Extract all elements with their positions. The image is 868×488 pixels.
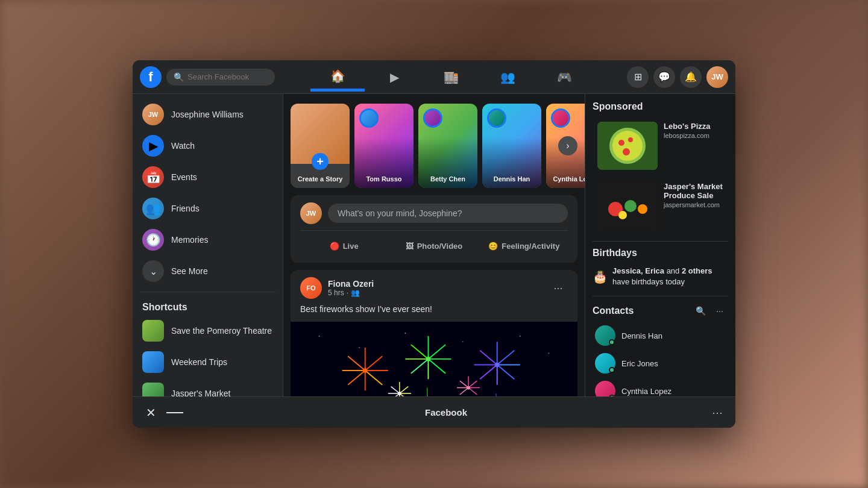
watch-icon: ▶ xyxy=(142,135,164,157)
post-author-avatar: FO xyxy=(300,277,322,299)
shortcut-icon-save-pomeroy xyxy=(142,320,164,342)
svg-line-52 xyxy=(496,393,497,396)
story-avatar-dennis xyxy=(487,108,506,128)
main-content: JW Josephine Williams ▶ Watch 📅 Events 👥… xyxy=(133,94,735,396)
bottom-minimize-button[interactable] xyxy=(166,412,183,413)
svg-point-61 xyxy=(624,200,637,212)
tab-marketplace[interactable]: 🏬 xyxy=(424,63,478,92)
post-meta: 5 hrs · 👥 xyxy=(328,289,542,297)
search-bar[interactable]: 🔍 xyxy=(166,69,275,86)
svg-point-57 xyxy=(628,137,633,142)
search-input[interactable] xyxy=(187,72,268,81)
post-image xyxy=(291,322,577,396)
composer-action-feeling[interactable]: 😊 Feeling/Activity xyxy=(480,237,568,255)
birthday-text: Jessica, Erica and 2 others have birthda… xyxy=(612,266,728,287)
sidebar-item-events[interactable]: 📅 Events xyxy=(135,161,280,193)
ad-name-lebo: Lebo's Pizza xyxy=(664,122,723,131)
sidebar-item-profile[interactable]: JW Josephine Williams xyxy=(135,99,280,130)
create-story-card[interactable]: + Create a Story xyxy=(291,104,350,188)
contact-item-cynthia[interactable]: Cynthia Lopez xyxy=(593,377,728,396)
sidebar-item-weekend-trips[interactable]: Weekend Trips xyxy=(135,346,280,378)
post-more-button[interactable]: ··· xyxy=(549,278,568,298)
contact-online-dot-dennis xyxy=(609,339,615,345)
svg-point-58 xyxy=(623,148,630,155)
contact-item-eric[interactable]: Eric Jones xyxy=(593,349,728,377)
svg-line-16 xyxy=(411,345,429,359)
contacts-more-button[interactable]: ··· xyxy=(711,302,728,319)
story-name-betty: Betty Chen xyxy=(422,175,474,183)
svg-point-41 xyxy=(398,392,401,395)
svg-point-56 xyxy=(618,140,624,146)
feed: + Create a Story Tom Russo xyxy=(283,94,585,396)
post-text: Best fireworks show I've ever seen! xyxy=(291,304,577,322)
grid-menu-button[interactable]: ⊞ xyxy=(627,66,649,88)
composer-top: JW What's on your mind, Josephine? xyxy=(300,202,568,224)
sidebar-item-friends[interactable]: 👥 Friends xyxy=(135,193,280,224)
facebook-logo[interactable]: f xyxy=(140,66,162,88)
contact-name-eric: Eric Jones xyxy=(621,359,658,368)
svg-line-8 xyxy=(365,356,383,371)
contact-name-dennis: Dennis Han xyxy=(621,331,662,340)
sidebar-item-profile-label: Josephine Williams xyxy=(171,110,244,119)
live-label: Live xyxy=(343,242,359,251)
create-story-plus-icon: + xyxy=(312,153,329,170)
shortcut-icon-jaspers-market xyxy=(142,383,164,396)
sidebar-see-more-1[interactable]: ⌄ See More xyxy=(135,255,280,287)
story-avatar-tom xyxy=(359,108,379,128)
svg-line-11 xyxy=(348,371,365,385)
sponsored-title: Sponsored xyxy=(593,101,728,112)
panel-divider-1 xyxy=(593,241,728,242)
ad-name-jasper: Jasper's Market Produce Sale xyxy=(664,182,723,200)
svg-point-2 xyxy=(404,333,406,334)
tab-groups[interactable]: 👥 xyxy=(480,63,535,92)
composer-action-photo[interactable]: 🖼 Photo/Video xyxy=(390,237,477,255)
contact-name-cynthia: Cynthia Lopez xyxy=(621,387,671,396)
contact-avatar-dennis xyxy=(595,325,615,346)
story-card-tom[interactable]: Tom Russo xyxy=(354,104,414,188)
tab-gaming[interactable]: 🎮 xyxy=(537,63,591,92)
sidebar-item-jaspers-market[interactable]: Jasper's Market xyxy=(135,378,280,396)
bottom-close-button[interactable]: ✕ xyxy=(142,404,159,421)
post-card-1: FO Fiona Ozeri 5 hrs · 👥 ··· Best firewo… xyxy=(291,270,577,396)
contact-avatar-eric xyxy=(595,353,615,374)
ad-card-lebo[interactable]: Lebo's Pizza lebospizza.com xyxy=(593,117,728,175)
svg-point-62 xyxy=(638,204,647,214)
tab-home[interactable]: 🏠 xyxy=(310,63,365,92)
contacts-search-button[interactable]: 🔍 xyxy=(692,302,709,319)
messenger-button[interactable]: 💬 xyxy=(653,66,675,88)
stories-nav-button[interactable]: › xyxy=(558,136,577,155)
bottom-more-button[interactable]: ⋯ xyxy=(709,404,726,421)
svg-point-1 xyxy=(359,347,360,348)
composer-input[interactable]: What's on your mind, Josephine? xyxy=(328,204,568,223)
contact-item-dennis[interactable]: Dennis Han xyxy=(593,322,728,349)
lebo-pizza-svg xyxy=(597,122,658,170)
search-icon: 🔍 xyxy=(174,72,184,82)
panel-divider-2 xyxy=(593,296,728,296)
facebook-window: f 🔍 🏠 ▶ 🏬 👥 🎮 ⊞ 💬 🔔 JW JW Josephine Will… xyxy=(133,60,735,428)
notifications-button[interactable]: 🔔 xyxy=(680,66,702,88)
svg-line-51 xyxy=(427,387,429,396)
story-card-dennis[interactable]: Dennis Han xyxy=(482,104,541,188)
ad-url-lebo: lebospizza.com xyxy=(664,132,723,139)
svg-line-12 xyxy=(365,371,383,385)
shortcuts-title: Shortcuts xyxy=(133,297,283,315)
sidebar-item-watch[interactable]: ▶ Watch xyxy=(135,130,280,161)
user-avatar-button[interactable]: JW xyxy=(706,66,728,88)
sidebar-item-memories-label: Memories xyxy=(171,235,208,245)
shortcut-label-jaspers-market: Jasper's Market xyxy=(171,389,230,396)
story-card-betty[interactable]: Betty Chen xyxy=(418,104,477,188)
sidebar-item-save-pomeroy[interactable]: Save the Pomeroy Theatre xyxy=(135,315,280,346)
ad-card-jasper[interactable]: Jasper's Market Produce Sale jaspersmark… xyxy=(593,177,728,235)
birthdays-title: Birthdays xyxy=(593,248,728,258)
nav-tabs: 🏠 ▶ 🏬 👥 🎮 xyxy=(280,63,622,92)
contact-online-dot-cynthia xyxy=(609,395,615,396)
close-icon: ✕ xyxy=(146,405,156,420)
photo-label: Photo/Video xyxy=(417,242,463,251)
ad-url-jasper: jaspersmarket.com xyxy=(664,201,723,208)
tab-watch[interactable]: ▶ xyxy=(367,63,421,92)
sidebar-item-memories[interactable]: 🕐 Memories xyxy=(135,224,280,255)
post-separator: · xyxy=(347,289,348,297)
story-avatar-cynthia xyxy=(551,108,570,128)
composer-action-live[interactable]: 🔴 Live xyxy=(300,237,388,255)
more-icon: ⋯ xyxy=(712,406,723,419)
